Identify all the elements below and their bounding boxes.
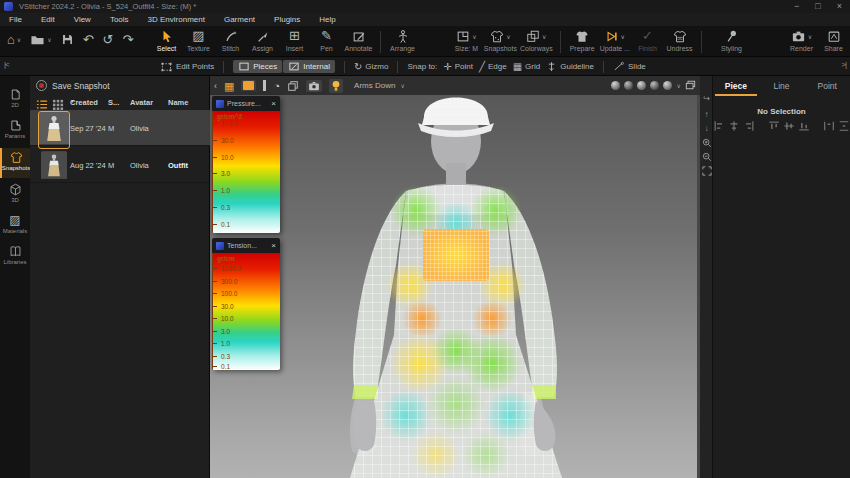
move-up-icon[interactable]: ↑	[700, 110, 713, 120]
zoom-out-icon[interactable]	[702, 152, 712, 162]
align-bottom-icon[interactable]	[798, 120, 810, 132]
insert-tool-button[interactable]: ⊞ Insert	[280, 27, 309, 52]
styling-button[interactable]: Styling	[717, 27, 746, 52]
sidebar-item-params[interactable]: Params	[0, 116, 30, 146]
zoom-in-icon[interactable]	[702, 138, 712, 148]
snap-edge-button[interactable]: ╱ Edge	[479, 61, 507, 73]
snapshot-row[interactable]: Sep 27 '24 M Olivia	[30, 110, 210, 146]
align-center-horizontal-icon[interactable]	[728, 120, 740, 132]
undo-icon[interactable]: ↶	[83, 33, 94, 47]
fabric-view-button[interactable]	[241, 80, 256, 91]
snapshot-row[interactable]: Aug 22 '24 M Olivia Outfit	[30, 147, 210, 183]
tab-piece[interactable]: Piece	[713, 76, 759, 96]
align-right-icon[interactable]	[743, 120, 755, 132]
align-top-icon[interactable]	[768, 120, 780, 132]
layers-icon[interactable]	[287, 80, 299, 92]
orbit-icon[interactable]: ↪	[700, 94, 713, 104]
pen-tool-button[interactable]: ✎ Pen	[312, 27, 341, 52]
collapse-right-icon[interactable]: >|	[841, 60, 846, 69]
prepare-button[interactable]: Prepare	[568, 27, 597, 52]
render-button[interactable]: ∨ Render	[787, 27, 816, 52]
collapse-viewport-icon[interactable]: ‹	[214, 79, 217, 93]
history-icon[interactable]: ↺	[103, 33, 114, 47]
edit-points-button[interactable]: Edit Points	[160, 61, 214, 73]
menu-view[interactable]: View	[74, 15, 91, 24]
arrange-tool-button[interactable]: Arrange	[388, 27, 417, 52]
slide-button[interactable]: Slide	[613, 61, 646, 72]
menu-file[interactable]: File	[9, 15, 22, 24]
menu-help[interactable]: Help	[319, 15, 335, 24]
sidebar-item-libraries[interactable]: Libraries	[0, 242, 30, 272]
cascade-window-icon[interactable]	[685, 80, 696, 90]
chevron-down-icon: ∨	[47, 36, 51, 43]
material-sphere-icon[interactable]	[650, 81, 659, 90]
material-sphere-icon[interactable]	[611, 81, 620, 90]
align-left-icon[interactable]	[713, 120, 725, 132]
texture-tool-button[interactable]: ▨ Texture	[184, 27, 213, 52]
cube-icon	[9, 183, 22, 196]
column-header-name[interactable]: Name	[168, 98, 188, 107]
gauge-icon[interactable]: ◔	[273, 79, 280, 93]
close-button[interactable]: ×	[837, 0, 842, 13]
close-icon[interactable]: ×	[271, 241, 276, 250]
material-sphere-icon[interactable]	[624, 81, 633, 90]
update-button[interactable]: ∨ Update ...	[600, 27, 630, 52]
assign-tool-button[interactable]: Assign	[248, 27, 277, 52]
snap-point-button[interactable]: ✛ Point	[443, 61, 473, 73]
undress-button[interactable]: Undress	[665, 27, 694, 52]
menu-garment[interactable]: Garment	[224, 15, 255, 24]
sidebar-item-materials[interactable]: ▨ Materials	[0, 211, 30, 241]
column-header-avatar[interactable]: Avatar	[130, 98, 153, 107]
viewport-camera-button[interactable]	[306, 80, 322, 92]
minimize-button[interactable]: −	[794, 0, 799, 13]
menu-plugins[interactable]: Plugins	[274, 15, 300, 24]
pieces-toggle-button[interactable]: Pieces	[233, 60, 282, 73]
pose-dropdown[interactable]: Arms Down ∨	[354, 81, 405, 90]
gizmo-button[interactable]: ↻ Gizmo	[354, 61, 389, 73]
snap-grid-button[interactable]: ▦ Grid	[513, 61, 541, 73]
fit-view-icon[interactable]	[702, 166, 712, 176]
avatar-3d-view[interactable]	[210, 95, 700, 478]
sidebar-item-2d[interactable]: 2D	[0, 85, 30, 115]
distribute-vertical-icon[interactable]	[838, 120, 850, 132]
light-button[interactable]	[329, 79, 343, 93]
align-middle-vertical-icon[interactable]	[783, 120, 795, 132]
maximize-button[interactable]: □	[815, 0, 820, 13]
sidebar-item-snapshots[interactable]: Snapshots	[0, 148, 30, 178]
material-sphere-icon[interactable]	[663, 81, 672, 90]
snap-guideline-button[interactable]: Guideline	[546, 61, 594, 72]
save-icon[interactable]	[61, 33, 74, 46]
open-file-button[interactable]: ∨	[30, 32, 51, 47]
finish-button[interactable]: ✓ Finish	[633, 27, 662, 52]
move-down-icon[interactable]: ↓	[700, 124, 713, 134]
pin-icon	[725, 29, 739, 44]
save-snapshot-button[interactable]: Save Snapshot	[36, 80, 110, 91]
tension-panel-titlebar[interactable]: Tension... ×	[212, 238, 280, 253]
chevron-down-icon: ∨	[400, 82, 404, 89]
sidebar-item-3d[interactable]: 3D	[0, 180, 30, 210]
column-header-size[interactable]: S...	[108, 98, 119, 107]
menu-edit[interactable]: Edit	[41, 15, 55, 24]
tab-line[interactable]: Line	[759, 76, 805, 96]
internal-toggle-button[interactable]: Internal	[283, 60, 335, 73]
menu-tools[interactable]: Tools	[110, 15, 129, 24]
snapshots-button[interactable]: ∨ Snapshots	[484, 27, 517, 52]
lightbulb-icon	[331, 80, 341, 92]
split-view-icon[interactable]	[263, 80, 266, 91]
size-button[interactable]: ∨ Size: M	[452, 27, 481, 52]
material-sphere-icon[interactable]	[637, 81, 646, 90]
menu-3d-environment[interactable]: 3D Environment	[148, 15, 205, 24]
stitch-tool-button[interactable]: Stitch	[216, 27, 245, 52]
annotate-tool-button[interactable]: Annotate	[344, 27, 373, 52]
pressure-panel-titlebar[interactable]: Pressure... ×	[212, 96, 280, 111]
select-tool-button[interactable]: Select	[152, 27, 181, 52]
share-button[interactable]: Share	[819, 27, 848, 52]
colorways-button[interactable]: ∨ Colorways	[520, 27, 553, 52]
distribute-horizontal-icon[interactable]	[823, 120, 835, 132]
redo-icon[interactable]: ↷	[122, 33, 133, 47]
collapse-left-icon[interactable]: |<	[4, 60, 9, 69]
viewport-grid-icon[interactable]: ▦	[224, 79, 234, 93]
home-button[interactable]: ⌂ ∨	[7, 32, 21, 47]
close-icon[interactable]: ×	[271, 99, 276, 108]
tab-point[interactable]: Point	[804, 76, 850, 96]
